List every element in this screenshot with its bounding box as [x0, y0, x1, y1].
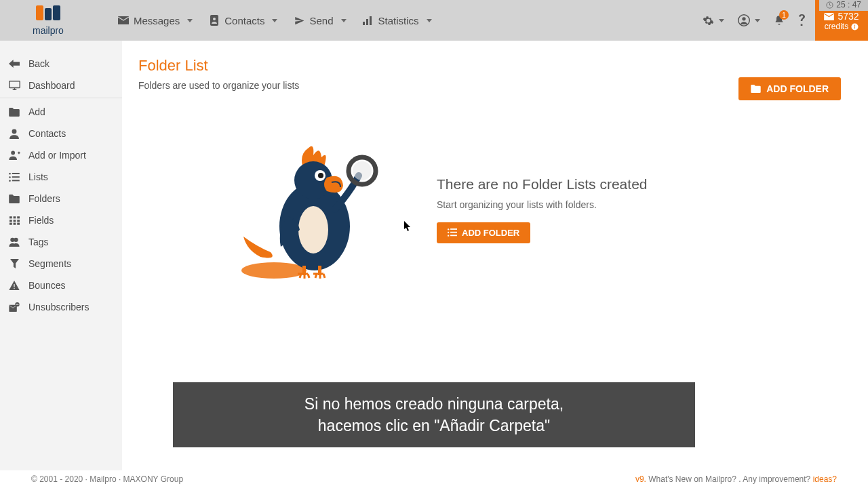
svg-point-44	[353, 161, 372, 180]
unsubscribe-icon	[8, 302, 20, 312]
svg-point-37	[241, 262, 307, 279]
add-folder-button-empty[interactable]: ADD FOLDER	[437, 222, 530, 243]
svg-rect-50	[450, 232, 457, 233]
sidebar-fields[interactable]: Fields	[0, 209, 122, 231]
footer-ideas[interactable]: ideas?	[813, 474, 837, 484]
svg-rect-26	[13, 220, 16, 222]
logo[interactable]: mailpro	[33, 5, 64, 36]
svg-rect-27	[17, 220, 20, 222]
svg-point-14	[12, 129, 17, 134]
svg-rect-24	[17, 216, 20, 218]
main-nav: Messages Contacts Send Statistics	[118, 15, 432, 26]
sidebar-add-import[interactable]: Add or Import	[0, 144, 122, 166]
sidebar-unsubscribers[interactable]: Unsubscribers	[0, 296, 122, 318]
add-folder-button-top[interactable]: ADD FOLDER	[738, 77, 841, 100]
warning-icon	[8, 281, 20, 290]
help-button[interactable]	[798, 14, 806, 26]
svg-rect-5	[366, 19, 368, 25]
list-icon	[8, 173, 20, 182]
folder-icon	[8, 108, 20, 117]
svg-point-18	[9, 176, 11, 178]
question-icon	[798, 14, 806, 26]
svg-point-42	[298, 206, 328, 253]
user-icon	[8, 129, 20, 139]
footer-copyright: © 2001 - 2020 · Mailpro · MAXONY Group	[31, 474, 183, 484]
monitor-icon	[8, 81, 20, 90]
grid-icon	[8, 216, 20, 225]
credits-count: 5732	[837, 11, 859, 22]
svg-point-51	[448, 235, 449, 237]
sidebar: Back Dashboard Add Contacts Add or Impor…	[0, 41, 122, 488]
video-caption: Si no hemos creado ninguna carpeta, hace…	[173, 382, 695, 447]
caption-line-1: Si no hemos creado ninguna carpeta,	[189, 393, 679, 415]
paper-plane-icon	[294, 15, 304, 26]
svg-rect-28	[9, 222, 12, 224]
svg-point-15	[11, 151, 15, 155]
credits-label: credits	[825, 22, 848, 31]
nav-send[interactable]: Send	[294, 15, 346, 26]
sidebar-back[interactable]: Back	[0, 53, 122, 75]
svg-rect-30	[17, 222, 20, 224]
svg-rect-13	[9, 81, 19, 88]
tags-icon	[8, 237, 20, 247]
sidebar-add[interactable]: Add	[0, 101, 122, 123]
sidebar-folders[interactable]: Folders	[0, 188, 122, 209]
logo-text: mailpro	[33, 25, 64, 36]
page-subtitle: Folders are used to organize your lists	[138, 80, 841, 91]
svg-rect-52	[450, 235, 457, 237]
svg-rect-33	[14, 284, 14, 287]
svg-point-49	[448, 232, 449, 233]
info-icon	[851, 23, 859, 30]
sidebar-dashboard[interactable]: Dashboard	[0, 75, 122, 98]
parrot-illustration	[240, 138, 396, 281]
svg-point-16	[9, 173, 11, 175]
nav-messages[interactable]: Messages	[118, 15, 193, 26]
svg-rect-17	[12, 173, 20, 174]
sidebar-lists[interactable]: Lists	[0, 166, 122, 188]
chart-icon	[363, 15, 374, 26]
svg-rect-21	[12, 180, 20, 181]
nav-statistics[interactable]: Statistics	[363, 15, 432, 26]
timer-value: 25 : 47	[836, 0, 861, 9]
folder-icon	[751, 85, 761, 93]
footer: © 2001 - 2020 · Mailpro · MAXONY Group v…	[0, 470, 868, 488]
empty-state: There are no Folder Lists created Start …	[240, 138, 841, 281]
sidebar-contacts[interactable]: Contacts	[0, 123, 122, 144]
svg-point-47	[448, 228, 449, 230]
svg-rect-25	[9, 220, 12, 222]
notifications-button[interactable]: 1	[774, 14, 785, 26]
footer-version[interactable]: v9.	[635, 474, 646, 484]
user-menu[interactable]	[738, 14, 760, 26]
svg-point-8	[742, 17, 745, 20]
sidebar-segments[interactable]: Segments	[0, 253, 122, 274]
svg-rect-29	[13, 222, 16, 224]
filter-icon	[8, 259, 20, 268]
envelope-icon	[118, 15, 129, 26]
svg-point-34	[14, 288, 15, 289]
footer-whatsnew[interactable]: What's New on Mailpro? . Any improvement…	[646, 474, 813, 484]
footer-right: v9. What's New on Mailpro? . Any improve…	[635, 474, 837, 484]
sidebar-bounces[interactable]: Bounces	[0, 274, 122, 296]
svg-rect-19	[12, 176, 20, 178]
contact-card-icon	[209, 15, 220, 26]
empty-heading: There are no Folder Lists created	[437, 176, 648, 192]
envelope-icon	[824, 13, 834, 20]
svg-rect-11	[854, 26, 855, 28]
gear-icon	[703, 15, 714, 26]
svg-rect-23	[13, 216, 16, 218]
arrow-left-icon	[8, 60, 20, 68]
nav-contacts[interactable]: Contacts	[209, 15, 277, 26]
svg-rect-22	[9, 216, 12, 218]
svg-point-12	[854, 24, 855, 25]
notification-badge: 1	[779, 10, 789, 20]
svg-rect-6	[370, 16, 372, 25]
page-title: Folder List	[138, 57, 841, 75]
topbar: 25 : 47 mailpro Messages Contacts Send S…	[0, 0, 868, 41]
svg-rect-48	[450, 228, 457, 230]
user-plus-icon	[8, 150, 20, 160]
caption-line-2: hacemos clic en "Añadir Carpeta"	[189, 415, 679, 436]
user-circle-icon	[738, 14, 750, 26]
settings-menu[interactable]	[703, 15, 724, 26]
sidebar-tags[interactable]: Tags	[0, 231, 122, 253]
list-icon	[448, 228, 457, 237]
